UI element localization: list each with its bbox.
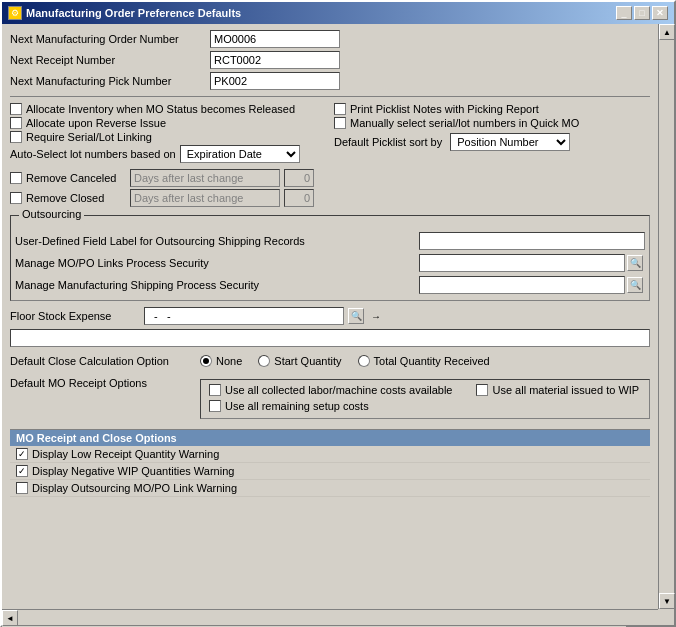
title-bar: ⚙ Manufacturing Order Preference Default…: [2, 2, 674, 24]
allocate-reverse-label: Allocate upon Reverse Issue: [26, 117, 166, 129]
mo-option-1-label: Use all collected labor/machine costs av…: [225, 384, 452, 396]
remove-closed-checkbox[interactable]: [10, 192, 22, 204]
default-close-label: Default Close Calculation Option: [10, 355, 200, 367]
remove-closed-number[interactable]: [284, 189, 314, 207]
outsourcing-label-1: User-Defined Field Label for Outsourcing…: [11, 230, 415, 252]
bottom-section: MO Receipt and Close Options Display Low…: [10, 429, 650, 497]
close-button[interactable]: ✕: [652, 6, 668, 20]
floor-stock-search[interactable]: 🔍: [348, 308, 364, 324]
list-item-3-checkbox[interactable]: [16, 482, 28, 494]
outsourcing-input-1[interactable]: [419, 232, 645, 250]
list-item-1: Display Low Receipt Quantity Warning: [10, 446, 650, 463]
outsourcing-cell-3: 🔍: [419, 276, 645, 294]
radio-none: None: [200, 355, 242, 367]
auto-select-label: Auto-Select lot numbers based on: [10, 148, 176, 160]
next-mo-row: Next Manufacturing Order Number: [10, 30, 650, 48]
next-mo-label: Next Manufacturing Order Number: [10, 33, 210, 45]
radio-total-input[interactable]: [358, 355, 370, 367]
allocate-reverse-checkbox[interactable]: [10, 117, 22, 129]
mo-option-3-checkbox[interactable]: [209, 400, 221, 412]
default-picklist-row: Default Picklist sort by Position Number…: [334, 133, 650, 151]
manually-select-label: Manually select serial/lot numbers in Qu…: [350, 117, 579, 129]
allocate-inventory-checkbox[interactable]: [10, 103, 22, 115]
divider-1: [10, 96, 650, 97]
vertical-scrollbar[interactable]: ▲ ▼: [658, 24, 674, 609]
outsourcing-label-2: Manage MO/PO Links Process Security: [11, 252, 415, 274]
outsourcing-row-3: Manage Manufacturing Shipping Process Se…: [11, 274, 649, 296]
maximize-button[interactable]: □: [634, 6, 650, 20]
manually-select-checkbox[interactable]: [334, 117, 346, 129]
main-window: ⚙ Manufacturing Order Preference Default…: [0, 0, 676, 627]
list-item-1-checkbox[interactable]: [16, 448, 28, 460]
outsourcing-value-3: 🔍: [415, 274, 649, 296]
radio-start-label: Start Quantity: [274, 355, 341, 367]
outsourcing-title: Outsourcing: [19, 208, 84, 220]
outsourcing-table: User-Defined Field Label for Outsourcing…: [11, 230, 649, 296]
default-close-row: Default Close Calculation Option None St…: [10, 351, 650, 371]
remove-closed-label: Remove Closed: [26, 192, 126, 204]
window-icon: ⚙: [8, 6, 22, 20]
remove-canceled-checkbox[interactable]: [10, 172, 22, 184]
mo-option-1-row: Use all collected labor/machine costs av…: [209, 384, 452, 396]
options-section: Allocate Inventory when MO Status become…: [10, 103, 650, 165]
radio-none-label: None: [216, 355, 242, 367]
list-item-3-label: Display Outsourcing MO/PO Link Warning: [32, 482, 237, 494]
allocate-reverse-row: Allocate upon Reverse Issue: [10, 117, 326, 129]
radio-none-input[interactable]: [200, 355, 212, 367]
radio-group: None Start Quantity Total Quantity Recei…: [200, 355, 490, 367]
mo-option-3-label: Use all remaining setup costs: [225, 400, 369, 412]
window-title: Manufacturing Order Preference Defaults: [26, 7, 241, 19]
outsourcing-row-2: Manage MO/PO Links Process Security 🔍: [11, 252, 649, 274]
outsourcing-value-2: 🔍: [415, 252, 649, 274]
next-pick-input[interactable]: [210, 72, 340, 90]
radio-start-input[interactable]: [258, 355, 270, 367]
outsourcing-cell-2: 🔍: [419, 254, 645, 272]
remove-section: Remove Canceled Remove Closed: [10, 169, 650, 207]
allocate-inventory-row: Allocate Inventory when MO Status become…: [10, 103, 326, 115]
print-picklist-checkbox[interactable]: [334, 103, 346, 115]
mo-option-2-checkbox[interactable]: [476, 384, 488, 396]
remove-closed-days[interactable]: [130, 189, 280, 207]
scroll-up-button[interactable]: ▲: [659, 24, 675, 40]
bottom-section-title: MO Receipt and Close Options: [10, 430, 650, 446]
require-serial-checkbox[interactable]: [10, 131, 22, 143]
floor-stock-display: [10, 329, 650, 347]
outsourcing-search-3[interactable]: 🔍: [627, 277, 643, 293]
mo-option-1-checkbox[interactable]: [209, 384, 221, 396]
radio-total: Total Quantity Received: [358, 355, 490, 367]
print-picklist-label: Print Picklist Notes with Picking Report: [350, 103, 539, 115]
radio-total-label: Total Quantity Received: [374, 355, 490, 367]
minimize-button[interactable]: _: [616, 6, 632, 20]
auto-select-dropdown[interactable]: Expiration Date Position Number Lot Numb…: [180, 145, 300, 163]
next-mo-input[interactable]: [210, 30, 340, 48]
outsourcing-row-1: User-Defined Field Label for Outsourcing…: [11, 230, 649, 252]
remove-canceled-number[interactable]: [284, 169, 314, 187]
floor-stock-arrow[interactable]: →: [368, 308, 384, 324]
require-serial-label: Require Serial/Lot Linking: [26, 131, 152, 143]
require-serial-row: Require Serial/Lot Linking: [10, 131, 326, 143]
outsourcing-label-3: Manage Manufacturing Shipping Process Se…: [11, 274, 415, 296]
outsourcing-value-1: [415, 230, 649, 252]
title-buttons: _ □ ✕: [616, 6, 668, 20]
radio-start: Start Quantity: [258, 355, 341, 367]
outsourcing-input-2[interactable]: [419, 254, 625, 272]
outsourcing-search-2[interactable]: 🔍: [627, 255, 643, 271]
horizontal-scrollbar[interactable]: ◄ ►: [2, 609, 658, 625]
mo-option-2-row: Use all material issued to WIP: [476, 384, 639, 396]
mo-option-2-label: Use all material issued to WIP: [492, 384, 639, 396]
print-picklist-row: Print Picklist Notes with Picking Report: [334, 103, 650, 115]
floor-stock-input[interactable]: [144, 307, 344, 325]
scroll-down-button[interactable]: ▼: [659, 593, 675, 609]
next-receipt-row: Next Receipt Number: [10, 51, 650, 69]
next-receipt-input[interactable]: [210, 51, 340, 69]
mo-receipt-section: Use all collected labor/machine costs av…: [200, 379, 650, 419]
manually-select-row: Manually select serial/lot numbers in Qu…: [334, 117, 650, 129]
remove-canceled-days[interactable]: [130, 169, 280, 187]
default-picklist-dropdown[interactable]: Position Number Expiration Date Lot Numb…: [450, 133, 570, 151]
mo-receipt-label: Default MO Receipt Options: [10, 375, 200, 389]
list-item-2-checkbox[interactable]: [16, 465, 28, 477]
mo-option-3-row: Use all remaining setup costs: [209, 400, 641, 412]
floor-stock-row: Floor Stock Expense 🔍 →: [10, 307, 650, 325]
scroll-left-button[interactable]: ◄: [2, 610, 18, 626]
outsourcing-input-3[interactable]: [419, 276, 625, 294]
